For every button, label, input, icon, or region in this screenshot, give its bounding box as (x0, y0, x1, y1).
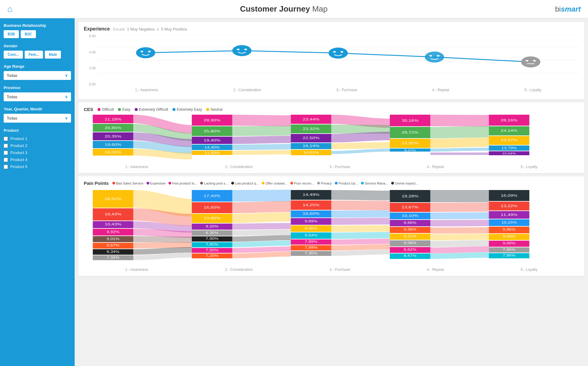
svg-text:8,47%: 8,47% (404, 254, 416, 257)
ces-legend: Difficult Easy Extremely Difficult Extre… (97, 107, 222, 112)
product-2-checkbox[interactable] (4, 144, 8, 148)
svg-text:19,60%: 19,60% (104, 143, 121, 147)
experience-svg (97, 34, 579, 86)
svg-text:7,34%: 7,34% (107, 256, 119, 259)
main-content: Experience Escala 1 Muy Negativa a 5 Muy… (75, 18, 588, 366)
expensive-legend: Expensive (147, 181, 166, 185)
year-quarter-select[interactable]: Todas ∨ (4, 114, 71, 123)
svg-text:9,20%: 9,20% (206, 225, 218, 228)
app-header: ⌂ Customer Journey Map bismart (0, 0, 588, 18)
svg-text:24,14%: 24,14% (501, 129, 517, 133)
lacking-post-legend: Lacking post s... (200, 181, 228, 185)
svg-point-14 (425, 52, 444, 63)
combined-button[interactable]: Com... (4, 51, 23, 59)
product-4-checkbox[interactable] (4, 158, 8, 162)
b2b-button[interactable]: B2B (4, 30, 19, 38)
svg-text:10,60%: 10,60% (303, 212, 319, 216)
x-axis-labels: 1.- Awareness 2.- Consideration 3.- Purc… (97, 88, 579, 92)
pain-legend: Bad Sales Service Expensive Few product … (112, 181, 418, 185)
svg-text:9,66%: 9,66% (305, 227, 317, 230)
extremely-easy-legend: Extremely Easy (172, 107, 202, 112)
pain-x-axis: 1.- Awareness 2.- Consideration 3.- Purc… (84, 267, 579, 272)
poor-recom-legend: Poor recom... (290, 181, 314, 185)
privacy-dot (317, 182, 320, 185)
service-mana-legend: Service Mana... (361, 181, 388, 185)
bad-sales-legend: Bad Sales Service (112, 181, 143, 185)
extremely-difficult-dot (135, 108, 138, 111)
easy-dot (118, 108, 121, 111)
svg-text:23,32%: 23,32% (303, 127, 319, 131)
experience-chart: 1.- Awareness 2.- Consideration 3.- Purc… (97, 34, 579, 95)
province-select[interactable]: Todas ∨ (4, 92, 71, 101)
svg-text:7,30%: 7,30% (305, 252, 317, 255)
svg-text:9,36%: 9,36% (404, 228, 416, 231)
svg-text:18,02%: 18,02% (104, 150, 121, 154)
product-list: Product 1 Product 2 Product 3 Product 4 … (4, 135, 71, 170)
product-5-item[interactable]: Product 5 (4, 163, 71, 170)
age-range-filter: Age Range Todas ∨ (4, 64, 71, 80)
few-product-dot (168, 182, 171, 185)
svg-text:7,50%: 7,50% (206, 249, 218, 252)
page-title: Customer Journey Map (240, 4, 328, 14)
ces-x-axis: 1.- Awareness 2.- Consideration 3.- Purc… (84, 165, 579, 169)
extremely-difficult-legend: Extremely Difficult (135, 107, 168, 112)
svg-text:20,35%: 20,35% (104, 135, 121, 138)
product-up-dot (335, 182, 338, 185)
home-icon[interactable]: ⌂ (7, 4, 12, 14)
svg-text:13,67%: 13,67% (402, 205, 418, 209)
low-product-legend: Low product q... (231, 181, 259, 185)
extremely-easy-dot (172, 108, 175, 111)
brand-logo: bismart (555, 5, 581, 13)
year-quarter-chevron: ∨ (65, 116, 68, 120)
svg-text:9,96%: 9,96% (503, 228, 515, 231)
svg-text:13,80%: 13,80% (204, 216, 220, 220)
product-1-item[interactable]: Product 1 (4, 135, 71, 142)
product-3-item[interactable]: Product 3 (4, 149, 71, 156)
svg-text:14,49%: 14,49% (303, 193, 319, 197)
product-4-item[interactable]: Product 4 (4, 156, 71, 163)
product-filter: Product Product 1 Product 2 Product 3 Pr… (4, 128, 71, 170)
svg-point-18 (526, 60, 528, 62)
svg-text:9,92%: 9,92% (107, 230, 119, 234)
svg-point-11 (328, 48, 348, 59)
svg-text:8,67%: 8,67% (107, 244, 119, 247)
product-5-checkbox[interactable] (4, 165, 8, 169)
neutral-dot (206, 108, 209, 111)
svg-text:17,40%: 17,40% (204, 194, 220, 198)
product-1-checkbox[interactable] (4, 137, 8, 141)
svg-text:8,47%: 8,47% (404, 149, 416, 152)
expensive-dot (147, 182, 149, 185)
svg-text:9,54%: 9,54% (305, 234, 317, 237)
svg-text:10,43%: 10,43% (104, 222, 121, 226)
svg-text:29,72%: 29,72% (402, 131, 418, 135)
age-range-select[interactable]: Todas ∨ (4, 71, 71, 80)
female-button[interactable]: Fem... (25, 51, 43, 59)
svg-point-13 (341, 51, 343, 53)
svg-text:23,44%: 23,44% (303, 117, 319, 121)
svg-text:10,15%: 10,15% (501, 221, 517, 224)
b2c-button[interactable]: B2C (21, 30, 36, 38)
age-range-chevron: ∨ (65, 73, 68, 78)
svg-text:11,49%: 11,49% (501, 213, 517, 217)
svg-text:7,85%: 7,85% (503, 248, 515, 251)
unmet-dot (391, 182, 394, 185)
svg-text:9,00%: 9,00% (503, 235, 515, 238)
product-3-checkbox[interactable] (4, 151, 8, 155)
product-2-item[interactable]: Product 2 (4, 142, 71, 149)
difficult-legend: Difficult (97, 107, 114, 112)
ces-header: CES Difficult Easy Extremely Difficult (84, 107, 579, 112)
svg-text:13,79%: 13,79% (501, 146, 517, 150)
svg-text:9,66%: 9,66% (404, 221, 416, 224)
y-axis: 6,00 4,00 2,00 0,00 (84, 34, 97, 95)
svg-text:8,34%: 8,34% (107, 250, 119, 253)
svg-text:16,14%: 16,14% (303, 144, 319, 148)
svg-text:14,40%: 14,40% (204, 146, 220, 149)
svg-text:8,30%: 8,30% (206, 231, 218, 235)
product-up-legend: Product Up... (335, 181, 358, 185)
svg-text:11,50%: 11,50% (204, 151, 220, 155)
svg-text:7,89%: 7,89% (305, 240, 317, 243)
svg-text:10,10%: 10,10% (402, 214, 418, 218)
svg-point-10 (244, 49, 247, 50)
svg-point-8 (232, 45, 251, 56)
male-button[interactable]: Male (45, 51, 61, 59)
